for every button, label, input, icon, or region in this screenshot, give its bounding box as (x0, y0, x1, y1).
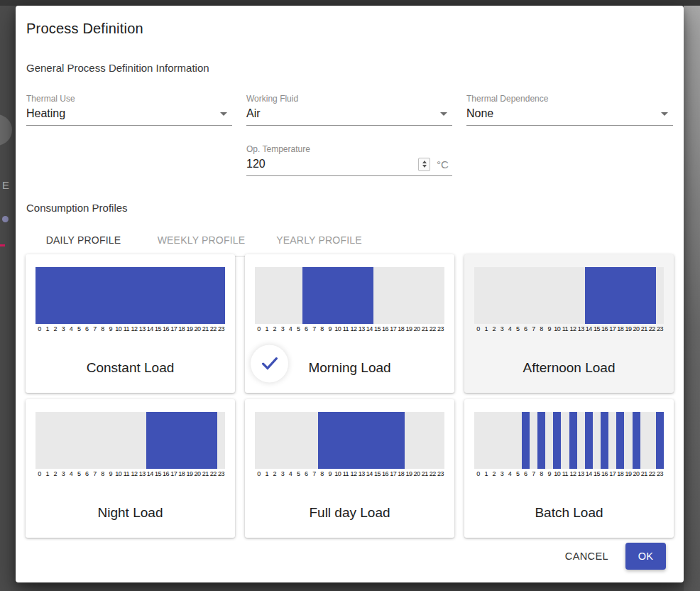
hour-tick-label: 10 (334, 324, 341, 334)
op-temperature-field: Op. Temperature °C (246, 144, 452, 176)
hour-tick-label: 18 (616, 324, 624, 334)
hour-tick-label: 6 (302, 469, 310, 479)
profile-card-afternoon-load[interactable]: 01234567891011121314151617181920212223Af… (464, 254, 674, 393)
hour-tick-label: 7 (310, 324, 318, 334)
hour-tick-label: 11 (561, 324, 569, 334)
stepper-down-icon[interactable] (422, 165, 427, 168)
hour-tick-label: 15 (373, 324, 381, 334)
hour-tick-label: 16 (162, 469, 170, 479)
hour-tick-label: 9 (106, 469, 114, 479)
hour-tick-label: 19 (405, 469, 412, 479)
profile-card-batch-load[interactable]: 01234567891011121314151617181920212223Ba… (464, 399, 674, 538)
hour-tick-label: 7 (310, 469, 318, 479)
hour-tick-label: 10 (553, 469, 561, 479)
cancel-button[interactable]: CANCEL (561, 545, 613, 568)
hour-tick-label: 22 (209, 324, 217, 334)
active-hours-bar (302, 267, 373, 324)
hour-axis: 01234567891011121314151617181920212223 (35, 324, 225, 334)
hour-tick-label: 10 (114, 324, 122, 334)
hour-tick-label: 15 (154, 469, 162, 479)
profile-name: Afternoon Load (523, 360, 616, 376)
profile-card-constant-load[interactable]: 01234567891011121314151617181920212223Co… (26, 254, 235, 393)
hour-tick-label: 21 (421, 469, 429, 479)
number-stepper[interactable] (418, 158, 430, 171)
hour-tick-label: 14 (146, 324, 154, 334)
chevron-down-icon (220, 112, 227, 116)
hour-tick-label: 21 (202, 469, 209, 479)
hour-tick-label: 17 (389, 324, 397, 334)
hour-tick-label: 1 (263, 469, 270, 479)
ok-button[interactable]: OK (625, 543, 666, 570)
hour-tick-label: 6 (302, 324, 310, 334)
hour-tick-label: 2 (51, 324, 59, 334)
hour-load-chart (255, 412, 444, 469)
hour-load-chart (35, 412, 225, 469)
profile-card-full-day-load[interactable]: 01234567891011121314151617181920212223Fu… (245, 399, 454, 538)
hour-tick-label: 13 (577, 469, 585, 479)
hour-tick-label: 5 (514, 324, 522, 334)
hour-tick-label: 18 (177, 324, 185, 334)
active-hours-bar (633, 412, 640, 469)
background-dot-icon (2, 216, 9, 222)
active-hours-bar (318, 412, 405, 469)
hour-tick-label: 20 (413, 324, 421, 334)
hour-tick-label: 5 (295, 324, 302, 334)
hour-tick-label: 17 (608, 324, 616, 334)
hour-load-chart (474, 412, 664, 469)
stepper-up-icon[interactable] (422, 161, 427, 163)
hour-axis: 01234567891011121314151617181920212223 (474, 469, 664, 479)
hour-tick-label: 9 (545, 469, 553, 479)
hour-tick-label: 0 (255, 469, 263, 479)
profile-card-footer: Night Load (35, 479, 225, 538)
hour-tick-label: 23 (437, 324, 444, 334)
profile-card-footer: Constant Load (35, 334, 225, 393)
hour-tick-label: 5 (75, 324, 83, 334)
active-hours-bar (656, 412, 664, 469)
hour-tick-label: 8 (99, 324, 106, 334)
profile-card-footer: Morning Load (255, 334, 444, 393)
background-scrollbar-track (684, 6, 700, 591)
hour-tick-label: 17 (608, 469, 616, 479)
hour-tick-label: 1 (482, 469, 490, 479)
hour-axis: 01234567891011121314151617181920212223 (255, 324, 444, 334)
selected-check-badge (251, 345, 288, 382)
working-fluid-select[interactable]: Working Fluid Air (246, 94, 452, 126)
hour-tick-label: 16 (162, 324, 170, 334)
hour-tick-label: 4 (287, 324, 295, 334)
hour-tick-label: 12 (569, 469, 577, 479)
hour-tick-label: 22 (648, 469, 656, 479)
hour-tick-label: 8 (537, 469, 545, 479)
hour-tick-label: 3 (59, 324, 67, 334)
hour-tick-label: 8 (318, 469, 326, 479)
thermal-use-label: Thermal Use (26, 94, 232, 104)
hour-axis: 01234567891011121314151617181920212223 (35, 469, 225, 479)
hour-tick-label: 0 (35, 324, 43, 334)
thermal-use-select[interactable]: Thermal Use Heating (26, 94, 232, 126)
hour-tick-label: 10 (334, 469, 341, 479)
hour-tick-label: 20 (633, 324, 640, 334)
hour-tick-label: 15 (154, 324, 162, 334)
hour-tick-label: 10 (114, 469, 122, 479)
active-hours-bar (553, 412, 561, 469)
hour-tick-label: 2 (51, 469, 59, 479)
hour-tick-label: 4 (506, 324, 514, 334)
hour-tick-label: 22 (429, 469, 437, 479)
check-icon (259, 353, 280, 374)
hour-tick-label: 23 (437, 469, 444, 479)
hour-tick-label: 12 (131, 469, 138, 479)
thermal-use-value: Heating (26, 107, 220, 120)
hour-axis: 01234567891011121314151617181920212223 (474, 324, 664, 334)
hour-tick-label: 2 (270, 469, 278, 479)
hour-tick-label: 0 (474, 469, 482, 479)
op-temperature-input[interactable] (246, 158, 418, 170)
general-form: Thermal Use Heating Working Fluid Air Th… (26, 94, 673, 176)
profile-card-night-load[interactable]: 01234567891011121314151617181920212223Ni… (26, 399, 235, 538)
thermal-dependence-select[interactable]: Thermal Dependence None (466, 94, 673, 126)
hour-tick-label: 3 (59, 469, 67, 479)
hour-tick-label: 17 (389, 469, 397, 479)
hour-tick-label: 20 (413, 469, 421, 479)
active-hours-bar (601, 412, 608, 469)
working-fluid-label: Working Fluid (246, 94, 452, 104)
hour-tick-label: 21 (202, 324, 209, 334)
profile-card-morning-load[interactable]: 01234567891011121314151617181920212223Mo… (245, 254, 454, 393)
